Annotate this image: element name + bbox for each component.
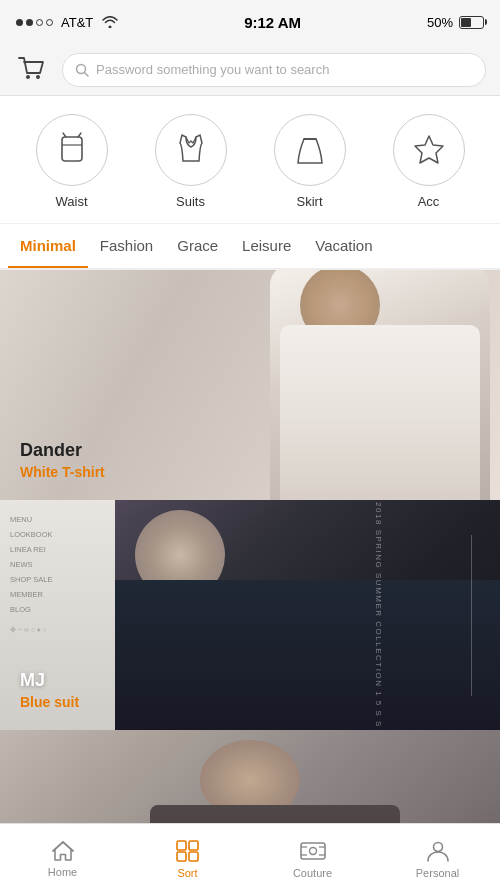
wifi-icon [102, 16, 118, 28]
category-skirt[interactable]: Skirt [274, 114, 346, 209]
dot4 [46, 19, 53, 26]
nav-label-sort: Sort [177, 867, 197, 879]
svg-point-14 [309, 847, 316, 854]
svg-rect-12 [189, 852, 198, 861]
battery-fill [461, 18, 472, 27]
category-acc[interactable]: Acc [393, 114, 465, 209]
tab-fashion[interactable]: Fashion [88, 225, 165, 269]
dot2 [26, 19, 33, 26]
category-circle-suits [155, 114, 227, 186]
product-brand-1: Dander [20, 440, 105, 461]
search-placeholder: Password something you want to search [96, 62, 329, 77]
svg-point-0 [26, 75, 30, 79]
tab-vacation[interactable]: Vacation [303, 225, 384, 269]
couture-icon [299, 839, 327, 863]
suits-icon [172, 131, 210, 169]
svg-point-1 [36, 75, 40, 79]
category-suits[interactable]: Suits [155, 114, 227, 209]
personal-icon [426, 839, 450, 863]
category-circle-skirt [274, 114, 346, 186]
nav-personal[interactable]: Personal [375, 835, 500, 879]
svg-rect-9 [177, 841, 186, 850]
carrier-label: AT&T [61, 15, 93, 30]
product-name-1: White T-shirt [20, 464, 105, 480]
category-label-waist: Waist [55, 194, 87, 209]
content-area: Dander White T-shirt MENU LOOKBOOK LINEA… [0, 270, 500, 833]
sort-icon [175, 839, 201, 863]
product-name-2: Blue suit [20, 694, 79, 710]
svg-point-19 [433, 842, 442, 851]
tab-grace[interactable]: Grace [165, 225, 230, 269]
product-info-2: MJ Blue suit [20, 670, 79, 710]
nav-label-home: Home [48, 866, 77, 878]
nav-couture[interactable]: Couture [250, 835, 375, 879]
tab-leisure[interactable]: Leisure [230, 225, 303, 269]
product-card-2[interactable]: MENU LOOKBOOK LINEA REI NEWS SHOP SALE M… [0, 500, 500, 730]
product-card-1[interactable]: Dander White T-shirt [0, 270, 500, 500]
category-waist[interactable]: Waist [36, 114, 108, 209]
nav-sort[interactable]: Sort [125, 835, 250, 879]
category-label-skirt: Skirt [297, 194, 323, 209]
svg-rect-10 [189, 841, 198, 850]
status-bar: AT&T 9:12 AM 50% [0, 0, 500, 44]
product-info-1: Dander White T-shirt [20, 440, 105, 480]
cart-button[interactable] [14, 52, 50, 88]
category-circle-waist [36, 114, 108, 186]
style-tabs: Minimal Fashion Grace Leisure Vacation [0, 224, 500, 270]
home-icon [51, 840, 75, 862]
search-bar[interactable]: Password something you want to search [62, 53, 486, 87]
nav-label-personal: Personal [416, 867, 459, 879]
svg-marker-7 [415, 136, 443, 163]
category-label-suits: Suits [176, 194, 205, 209]
nav-home[interactable]: Home [0, 836, 125, 878]
product-card-3[interactable] [0, 730, 500, 833]
nav-label-couture: Couture [293, 867, 332, 879]
status-time: 9:12 AM [244, 14, 301, 31]
signal-dots [16, 19, 53, 26]
dot3 [36, 19, 43, 26]
top-nav: Password something you want to search [0, 44, 500, 96]
dot1 [16, 19, 23, 26]
svg-line-3 [85, 72, 89, 76]
status-left: AT&T [16, 15, 118, 30]
acc-icon [410, 131, 448, 169]
svg-rect-13 [301, 843, 325, 859]
status-right: 50% [427, 15, 484, 30]
tab-minimal[interactable]: Minimal [8, 225, 88, 269]
battery-icon [459, 16, 484, 29]
category-circle-acc [393, 114, 465, 186]
product-brand-2: MJ [20, 670, 79, 691]
waist-icon [53, 131, 91, 169]
battery-percent: 50% [427, 15, 453, 30]
search-icon [75, 63, 89, 77]
category-label-acc: Acc [418, 194, 440, 209]
svg-rect-4 [62, 137, 82, 161]
skirt-icon [291, 131, 329, 169]
svg-rect-11 [177, 852, 186, 861]
bottom-nav: Home Sort Couture [0, 823, 500, 889]
categories-section: Waist Suits Skirt Acc [0, 96, 500, 224]
card2-vertical-text: 2018 SPRING SUMMER COLLECTION 1 5 S S [375, 502, 384, 728]
